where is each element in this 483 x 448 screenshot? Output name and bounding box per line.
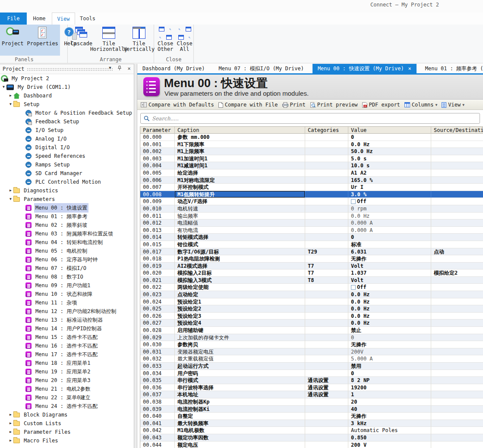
search-input[interactable]: [152, 114, 471, 122]
table-row-00.002[interactable]: 00.002M1上限频率50.0 Hz: [140, 148, 483, 155]
cell-value[interactable]: 0: [348, 370, 431, 377]
cell-value[interactable]: Ur I: [348, 184, 431, 191]
panel-menu-chevron-icon[interactable]: ▼: [107, 66, 113, 72]
tree-item[interactable]: Menu 10 : 状态和故障: [0, 290, 134, 298]
print-preview-button[interactable]: Print preview: [310, 102, 358, 108]
table-row-00.044[interactable]: 00.044额定电压200 V: [140, 442, 483, 448]
collapsed-arrow-icon[interactable]: ▶: [8, 419, 13, 428]
table-row-00.013[interactable]: 00.013有功电流0.000 A: [140, 227, 483, 234]
cell-value[interactable]: Off: [348, 284, 431, 291]
expanded-arrow-icon[interactable]: ▼: [8, 195, 13, 204]
column-header-value[interactable]: Value: [348, 127, 431, 134]
tree-item[interactable]: ▶Macro Files: [0, 436, 134, 445]
tree-item[interactable]: Menu 17 : 选件卡不匹配: [0, 350, 134, 359]
cell-value[interactable]: 3.0 %: [348, 191, 431, 198]
tree-item[interactable]: Menu 05 : 电机控制: [0, 247, 134, 255]
close-all-button[interactable]: ↖ ↖ Close All: [176, 26, 193, 52]
cell-value[interactable]: 20: [348, 398, 431, 406]
doc-tab-2[interactable]: Menu 00 : 快速设置 (My Drive)×: [313, 64, 417, 73]
table-row-00.028[interactable]: 00.028启用辅助键禁止: [140, 327, 483, 334]
tree-item[interactable]: Ramps Setup: [0, 160, 134, 169]
collapsed-arrow-icon[interactable]: ▶: [8, 91, 13, 100]
cell-value[interactable]: 5.000 A: [348, 355, 431, 363]
cell-value[interactable]: 0.0 Hz: [348, 141, 431, 148]
tree-item[interactable]: Menu 00 : 快速设置: [0, 204, 134, 212]
tree-item[interactable]: Menu 21 : 电机2参数: [0, 385, 134, 393]
tree-item[interactable]: ▶Block Diagrams: [0, 410, 134, 419]
cell-value[interactable]: Volt: [348, 263, 431, 270]
panel-pin-icon[interactable]: [117, 66, 123, 72]
tree-item[interactable]: Analog I/O: [0, 135, 134, 143]
tab-file[interactable]: File: [0, 13, 27, 25]
cell-value[interactable]: 40: [348, 406, 431, 413]
columns-button[interactable]: Columns ▼: [404, 102, 437, 108]
table-row-00.038[interactable]: 00.038电流控制器Kp20: [140, 398, 483, 406]
cell-value[interactable]: 5.0 s: [348, 155, 431, 163]
column-header-parameter[interactable]: Parameter: [140, 127, 175, 134]
cell-value[interactable]: 50.0 Hz: [348, 148, 431, 155]
tree-item[interactable]: SD Card Manager: [0, 169, 134, 178]
cell-value[interactable]: 无操作: [348, 413, 431, 420]
table-row-00.041[interactable]: 00.041最大转换频率3 kHz: [140, 420, 483, 427]
tree-item[interactable]: My Project 2: [0, 74, 134, 83]
tree-item[interactable]: ▶Diagnostics: [0, 186, 134, 195]
cell-value[interactable]: 1.037: [348, 269, 431, 277]
table-row-00.021[interactable]: 00.021模拟输入3模式T8Volt: [140, 277, 483, 284]
tree-item[interactable]: Menu 22 : 菜单0建立: [0, 393, 134, 402]
cell-value[interactable]: 无操作: [348, 341, 431, 348]
tree-item[interactable]: Menu 01 : 频率参考: [0, 212, 134, 221]
cell-value[interactable]: 200 V: [348, 442, 431, 448]
cell-value[interactable]: 0.0 Hz: [348, 320, 431, 327]
tree-item[interactable]: ▶Dashboard: [0, 91, 134, 100]
cell-value[interactable]: 0.0 Hz: [348, 298, 431, 306]
table-row-00.001[interactable]: 00.001M1下限频率0.0 Hz: [140, 141, 483, 148]
tree-item[interactable]: Menu 02 : 频率斜坡: [0, 221, 134, 229]
cell-value[interactable]: 0: [348, 134, 431, 141]
cell-value[interactable]: 0: [348, 234, 431, 241]
cell-value[interactable]: 0.000 A: [348, 227, 431, 234]
table-row-00.043[interactable]: 00.043额定功率因数0.850: [140, 434, 483, 442]
table-row-00.020[interactable]: 00.020模拟输入2目标T71.037模拟给定2: [140, 269, 483, 277]
cell-value[interactable]: 165.0 %: [348, 177, 431, 184]
table-row-00.012[interactable]: 00.012电流幅值0.000 A: [140, 219, 483, 227]
tab-tools[interactable]: Tools: [75, 13, 100, 25]
tree-item[interactable]: ▼My Drive (COM1.1): [0, 83, 134, 91]
table-row-00.031[interactable]: 00.031变频器额定电压200V: [140, 348, 483, 356]
cell-value[interactable]: 标准: [348, 241, 431, 248]
table-row-00.004[interactable]: 00.004M1减速时间110.0 s: [140, 162, 483, 169]
collapsed-arrow-icon[interactable]: ▶: [8, 436, 13, 445]
tree-item[interactable]: Speed References: [0, 152, 134, 160]
table-row-00.026[interactable]: 00.026预设给定30.0 Hz: [140, 313, 483, 320]
table-row-00.018[interactable]: 00.018P1热电阻故障检测无操作: [140, 255, 483, 263]
tree-item[interactable]: Menu 08 : 数字IO: [0, 273, 134, 281]
table-row-00.005[interactable]: 00.005给定选择A1 A2: [140, 169, 483, 177]
cell-value[interactable]: 19200: [348, 384, 431, 392]
table-row-00.003[interactable]: 00.003M1加速时间15.0 s: [140, 155, 483, 163]
tree-item[interactable]: Menu 13 : 标准运动控制器: [0, 316, 134, 324]
tree-item[interactable]: Digital I/O: [0, 143, 134, 152]
table-row-00.042[interactable]: 00.042M1电机极数Automatic Poles: [140, 427, 483, 434]
collapsed-arrow-icon[interactable]: ▶: [8, 186, 13, 195]
table-row-00.000[interactable]: 00.000参数 mm.0000: [140, 134, 483, 141]
tree-item[interactable]: ▶Parameter Files: [0, 428, 134, 436]
value-checkbox[interactable]: [351, 199, 356, 204]
properties-button[interactable]: ✓✓ Properties: [25, 26, 60, 56]
cell-value[interactable]: 0.0 Hz: [348, 313, 431, 320]
table-row-00.030[interactable]: 00.030参数拷贝无操作: [140, 341, 483, 348]
column-header-categories[interactable]: Categories: [305, 127, 348, 134]
print-button[interactable]: Print: [282, 102, 306, 108]
doc-tab-3[interactable]: Menu 01 : 频率参考 (My Drive): [420, 64, 483, 73]
tree-item[interactable]: Menu 18 : 应用菜单1: [0, 359, 134, 367]
cell-value[interactable]: 0: [348, 334, 431, 341]
table-row-00.033[interactable]: 00.033起动运行方式禁用: [140, 363, 483, 370]
tree-item[interactable]: Menu 04 : 转矩和电流控制: [0, 238, 134, 247]
cell-value[interactable]: 6.031: [348, 248, 431, 256]
table-row-00.034[interactable]: 00.034用户密码0: [140, 370, 483, 377]
table-row-00.040[interactable]: 00.040自整定无操作: [140, 413, 483, 420]
expanded-arrow-icon[interactable]: ▼: [8, 100, 13, 109]
table-row-00.032[interactable]: 00.032最大重载额定值5.000 A: [140, 355, 483, 363]
tree-item[interactable]: Menu 12 : 用户功能2和制动控制: [0, 307, 134, 316]
tree-item[interactable]: ▼Parameters: [0, 195, 134, 204]
table-row-00.025[interactable]: 00.025预设给定20.0 Hz: [140, 305, 483, 313]
column-header-caption[interactable]: Caption: [175, 127, 305, 134]
